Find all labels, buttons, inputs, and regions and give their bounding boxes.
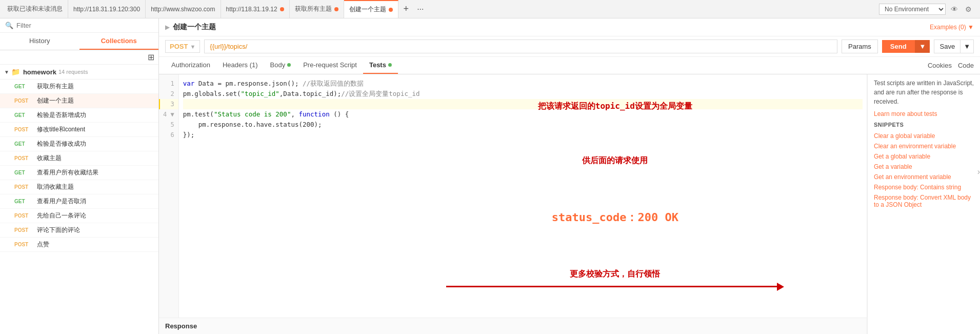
request-item-9[interactable]: POST 先给自己一条评论 <box>0 209 158 223</box>
code-line-5: pm.response.to.have.status(200); <box>183 120 863 130</box>
tab-5-label: 获取所有主题 <box>295 5 332 13</box>
body-dot <box>287 63 291 67</box>
request-item-7[interactable]: POST 取消收藏主题 <box>0 180 158 194</box>
tab-4[interactable]: http://118.31.19.12 <box>221 0 290 18</box>
expand-snippets-icon[interactable]: › <box>977 167 980 176</box>
environment-select[interactable]: No Environment <box>879 4 946 15</box>
expand-icon[interactable]: ▶ <box>165 24 170 31</box>
code-editor[interactable]: var Data = pm.response.json(); //获取返回值的数… <box>179 74 867 318</box>
tab-history[interactable]: History <box>0 33 79 50</box>
request-name: 创建一个主题 <box>37 96 74 105</box>
more-tabs-button[interactable]: ··· <box>414 0 427 18</box>
save-dropdown-button[interactable]: ▼ <box>961 40 974 53</box>
code-line-4: pm.test("Status code is 200", function (… <box>183 109 863 120</box>
line-num-6: 6 <box>159 130 178 140</box>
tab-tests[interactable]: Tests <box>363 57 398 74</box>
request-name: 检验是否新增成功 <box>37 111 86 120</box>
line-num-2: 2 <box>159 89 178 99</box>
request-item-4[interactable]: GET 检验是否修改成功 <box>0 137 158 151</box>
request-item-2[interactable]: GET 检验是否新增成功 <box>0 108 158 123</box>
method-badge-get: GET <box>14 199 33 204</box>
params-button[interactable]: Params <box>842 40 878 53</box>
line-num-5: 5 <box>159 120 178 130</box>
tab-4-label: http://118.31.19.12 <box>226 6 277 13</box>
snippet-item-4[interactable]: Get an environment variable <box>874 172 974 182</box>
tab-collections[interactable]: Collections <box>79 33 159 50</box>
method-badge-post: POST <box>14 213 33 219</box>
snippet-item-2[interactable]: Get a global variable <box>874 151 974 162</box>
snippet-item-1[interactable]: Clear an environment variable <box>874 141 974 151</box>
page-title: 创建一个主题 <box>173 23 216 32</box>
snippet-item-6[interactable]: Response body: Convert XML body to a JSO… <box>874 192 974 210</box>
method-badge-post: POST <box>14 127 33 132</box>
gear-icon[interactable]: ⚙ <box>963 4 974 14</box>
tab-5[interactable]: 获取所有主题 <box>290 0 344 18</box>
request-item-11[interactable]: POST 点赞 <box>0 238 158 252</box>
code-button[interactable]: Code <box>958 62 974 69</box>
snippets-title: SNIPPETS <box>874 122 974 128</box>
url-input[interactable] <box>204 40 837 53</box>
filter-input[interactable] <box>16 22 153 29</box>
snippet-item-0[interactable]: Clear a global variable <box>874 131 974 141</box>
request-name: 修改title和content <box>37 125 85 134</box>
method-badge-get: GET <box>14 170 33 175</box>
request-name: 查看用户所有收藏结果 <box>37 168 98 177</box>
request-item-6[interactable]: GET 查看用户所有收藏结果 <box>0 166 158 180</box>
method-badge-post: POST <box>14 98 33 104</box>
method-badge-post: POST <box>14 227 33 233</box>
eye-icon[interactable]: 👁 <box>949 4 960 14</box>
request-name: 先给自己一条评论 <box>37 211 86 220</box>
tab-3-label: http://www.shwzoo.com <box>151 6 215 13</box>
send-button[interactable]: Send <box>882 40 915 53</box>
cookies-button[interactable]: Cookies <box>928 62 952 69</box>
method-select[interactable]: POST ▼ <box>165 40 200 53</box>
request-name: 获取所有主题 <box>37 82 74 91</box>
examples-link[interactable]: Examples (0) ▼ <box>930 24 974 31</box>
tab-authorization[interactable]: Authorization <box>165 57 216 74</box>
collection-count: 14 requests <box>58 69 88 75</box>
tab-3[interactable]: http://www.shwzoo.com <box>146 0 221 18</box>
annotation-bottom: 更多校验方式，自行领悟 <box>374 269 856 280</box>
new-collection-icon[interactable]: ⊞ <box>148 52 154 62</box>
tab-headers[interactable]: Headers (1) <box>216 57 264 74</box>
add-tab-button[interactable]: + <box>398 0 414 18</box>
send-dropdown-button[interactable]: ▼ <box>915 40 930 53</box>
method-badge-post: POST <box>14 184 33 190</box>
request-name: 点赞 <box>37 240 49 249</box>
snippet-item-5[interactable]: Response body: Contains string <box>874 182 974 192</box>
request-item-3[interactable]: POST 修改title和content <box>0 123 158 137</box>
request-item-0[interactable]: GET 获取所有主题 <box>0 80 158 94</box>
search-icon: 🔍 <box>5 22 13 29</box>
code-line-6: }); <box>183 130 863 140</box>
tab-1[interactable]: 获取已读和未读消息 <box>2 0 68 18</box>
response-label: Response <box>165 322 197 330</box>
tab-2-label: http://118.31.19.120:300 <box>73 6 140 13</box>
tab-6-dot <box>389 8 393 12</box>
request-name: 取消收藏主题 <box>37 183 74 191</box>
code-line-2: pm.globals.set("topic_id",Data.topic_id)… <box>183 89 863 99</box>
tab-pre-request[interactable]: Pre-request Script <box>297 57 363 74</box>
method-badge-post: POST <box>14 242 33 247</box>
request-name: 收藏主题 <box>37 154 62 163</box>
method-badge-post: POST <box>14 155 33 161</box>
method-badge-get: GET <box>14 141 33 147</box>
save-button[interactable]: Save <box>934 40 961 53</box>
line-num-1: 1 <box>159 78 178 89</box>
tab-5-dot <box>334 7 338 11</box>
collection-name: homework <box>23 68 56 76</box>
request-item-1[interactable]: POST 创建一个主题 <box>0 94 158 108</box>
tab-body[interactable]: Body <box>264 57 297 74</box>
method-badge-get: GET <box>14 84 33 89</box>
tab-2[interactable]: http://118.31.19.120:300 <box>68 0 146 18</box>
request-item-10[interactable]: POST 评论下面的评论 <box>0 223 158 238</box>
method-badge-get: GET <box>14 112 33 118</box>
line-num-4: 4 ▼ <box>159 109 178 120</box>
learn-more-link[interactable]: Learn more about tests <box>874 110 937 117</box>
request-item-8[interactable]: GET 查看用户是否取消 <box>0 194 158 209</box>
snippets-panel: Test scripts are written in JavaScript, … <box>867 74 980 334</box>
collection-header[interactable]: ▼ 📁 homework 14 requests <box>0 65 158 80</box>
code-line-1: var Data = pm.response.json(); //获取返回值的数… <box>183 78 863 89</box>
request-item-5[interactable]: POST 收藏主题 <box>0 151 158 166</box>
tab-6[interactable]: 创建一个主题 <box>344 0 398 18</box>
snippet-item-3[interactable]: Get a variable <box>874 162 974 172</box>
